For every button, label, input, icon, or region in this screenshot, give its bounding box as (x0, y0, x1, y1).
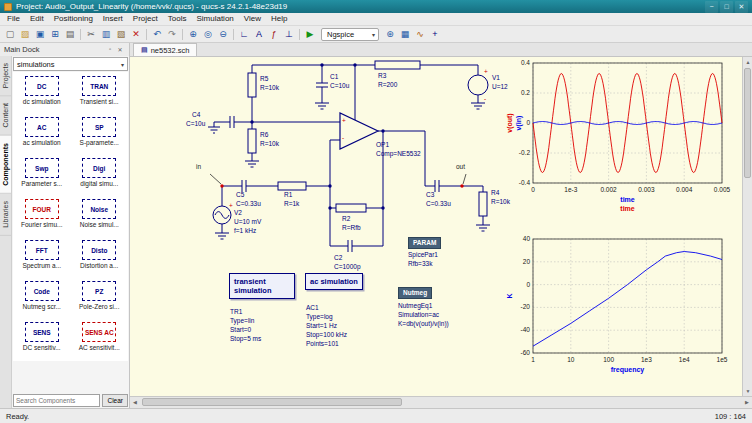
noise-simulation-icon[interactable]: Noise (82, 199, 116, 219)
component-ac-sensitivity[interactable]: SENS ACAC sensitivit... (71, 320, 129, 361)
opamp-noninverting-mark[interactable]: + (342, 117, 346, 124)
dock-close-button[interactable]: ✕ (115, 46, 125, 53)
wire-label-icon[interactable]: A (252, 27, 266, 41)
vertical-scroll-thumb[interactable] (744, 68, 751, 178)
node-label-out[interactable]: out (456, 163, 465, 170)
schematic-label[interactable]: C=1000p (334, 263, 361, 270)
schematic-label[interactable]: Comp=NE5532 (376, 150, 421, 157)
document-tab-ne5532[interactable]: ▤ ne5532.sch (133, 43, 197, 56)
schematic-label[interactable]: Type=log (306, 313, 333, 320)
schematic-label[interactable]: R5 (260, 75, 268, 82)
search-components-input[interactable] (13, 394, 100, 407)
component-dc-simulation[interactable]: DCdc simulation (13, 74, 71, 115)
schematic-label[interactable]: C2 (334, 254, 342, 261)
ac-simulation-block[interactable]: ac simulation (305, 273, 363, 290)
delete-icon[interactable]: ✕ (129, 27, 143, 41)
resistor-R4[interactable] (479, 192, 487, 216)
schematic-label[interactable]: C4 (192, 111, 200, 118)
menu-help[interactable]: Help (266, 13, 292, 25)
dock-float-button[interactable]: ▫ (105, 46, 115, 53)
redo-icon[interactable]: ↷ (165, 27, 179, 41)
dock-tab-libraries[interactable]: Libraries (0, 194, 11, 236)
component-s-parameter-simulation[interactable]: SPS-paramete... (71, 115, 129, 156)
zoom-out-icon[interactable]: ⊖ (216, 27, 230, 41)
schematic-label[interactable]: V1 (492, 74, 500, 81)
resistor-R1[interactable] (278, 182, 306, 190)
zoom-fit-icon[interactable]: ◎ (201, 27, 215, 41)
nutmeg-block-header[interactable]: Nutmeg (398, 287, 432, 299)
new-document-icon[interactable]: ▢ (3, 27, 17, 41)
dock-tab-projects[interactable]: Projects (0, 56, 11, 96)
ac-sensitivity-icon[interactable]: SENS AC (82, 322, 116, 342)
schematic-canvas[interactable]: transient simulation ac simulation PARAM… (130, 57, 742, 396)
component-distortion-analysis[interactable]: DistoDistortion a... (71, 238, 129, 279)
component-spectrum-analysis[interactable]: FFTSpectrum a... (13, 238, 71, 279)
view-data-display-icon[interactable]: ▦ (398, 27, 412, 41)
schematic-label[interactable]: Simulation=ac (398, 311, 439, 318)
schematic-label[interactable]: Rfb=33k (408, 260, 432, 267)
schematic-label[interactable]: AC1 (306, 304, 319, 311)
save-all-icon[interactable]: ⊞ (48, 27, 62, 41)
schematic-label[interactable]: Stop=5 ms (230, 335, 261, 342)
component-nutmeg-script[interactable]: CodeNutmeg scr... (13, 279, 71, 320)
menu-insert[interactable]: Insert (98, 13, 128, 25)
menu-file[interactable]: File (2, 13, 25, 25)
menu-simulation[interactable]: Simulation (191, 13, 238, 25)
fourier-simulation-icon[interactable]: FOUR (25, 199, 59, 219)
maximize-button[interactable]: □ (720, 1, 733, 13)
scroll-left-button[interactable]: ◀ (130, 397, 140, 407)
schematic-label[interactable]: R2 (342, 215, 350, 222)
voltage-source-V1[interactable] (468, 75, 488, 95)
schematic-label[interactable]: R=10k (260, 140, 279, 147)
node-label-in[interactable]: in (196, 163, 201, 170)
gain-frequency-plot[interactable]: 1101001e31e41e540200-20-40-60frequencyK (500, 233, 735, 388)
transient-simulation-icon[interactable]: TRAN (82, 76, 116, 96)
component-digital-simulation[interactable]: Digidigital simu... (71, 156, 129, 197)
menu-positioning[interactable]: Positioning (49, 13, 98, 25)
schematic-label[interactable]: Stop=100 kHz (306, 331, 347, 338)
component-dc-sensitivity[interactable]: SENSDC sensitiv... (13, 320, 71, 361)
schematic-label[interactable]: Points=101 (306, 340, 339, 347)
print-icon[interactable]: ▤ (63, 27, 77, 41)
dock-tab-content[interactable]: Content (0, 96, 11, 136)
s-parameter-simulation-icon[interactable]: SP (82, 117, 116, 137)
schematic-label[interactable]: R=10k (260, 84, 279, 91)
open-document-icon[interactable]: ▨ (18, 27, 32, 41)
distortion-analysis-icon[interactable]: Disto (82, 240, 116, 260)
spectrum-analysis-icon[interactable]: FFT (25, 240, 59, 260)
component-pole-zero-simulation[interactable]: PZPole-Zero si... (71, 279, 129, 320)
dc-sensitivity-icon[interactable]: SENS (25, 322, 59, 342)
close-button[interactable]: ✕ (735, 1, 748, 13)
schematic-label[interactable]: C=10u (330, 82, 349, 89)
resistor-R3[interactable] (375, 61, 420, 69)
capacitor-C1[interactable] (316, 83, 328, 87)
capacitor-C3[interactable] (435, 180, 439, 192)
schematic-label[interactable]: C5 (236, 191, 244, 198)
capacitor-C4[interactable] (230, 116, 234, 128)
minimize-button[interactable]: − (705, 1, 718, 13)
component-noise-simulation[interactable]: NoiseNoise simul... (71, 197, 129, 238)
param-block-header[interactable]: PARAM (408, 237, 441, 249)
component-transient-simulation[interactable]: TRANTransient si... (71, 74, 129, 115)
menu-edit[interactable]: Edit (25, 13, 49, 25)
schematic-label[interactable]: f=1 kHz (234, 227, 256, 234)
clear-search-button[interactable]: Clear (102, 394, 128, 407)
dock-header[interactable]: Main Dock ▫✕ (0, 43, 129, 56)
resistor-R2[interactable] (336, 204, 366, 212)
schematic-label[interactable]: R4 (491, 189, 499, 196)
pole-zero-simulation-icon[interactable]: PZ (82, 281, 116, 301)
schematic-label[interactable]: R6 (260, 131, 268, 138)
copy-icon[interactable]: ▥ (99, 27, 113, 41)
schematic-label[interactable]: Start=1 Hz (306, 322, 337, 329)
v2-plus-mark[interactable]: + (229, 202, 233, 209)
schematic-label[interactable]: SpicePar1 (408, 251, 438, 258)
cut-icon[interactable]: ✂ (84, 27, 98, 41)
schematic-label[interactable]: C1 (330, 73, 338, 80)
schematic-label[interactable]: R=200 (378, 81, 397, 88)
schematic-label[interactable]: C=0.33u (236, 200, 261, 207)
vertical-scrollbar[interactable]: ▲ ▼ (742, 57, 752, 396)
ac-simulation-icon[interactable]: AC (25, 117, 59, 137)
menu-tools[interactable]: Tools (163, 13, 192, 25)
transient-simulation-block[interactable]: transient simulation (229, 273, 295, 299)
simulate-icon[interactable]: ▶ (303, 27, 317, 41)
